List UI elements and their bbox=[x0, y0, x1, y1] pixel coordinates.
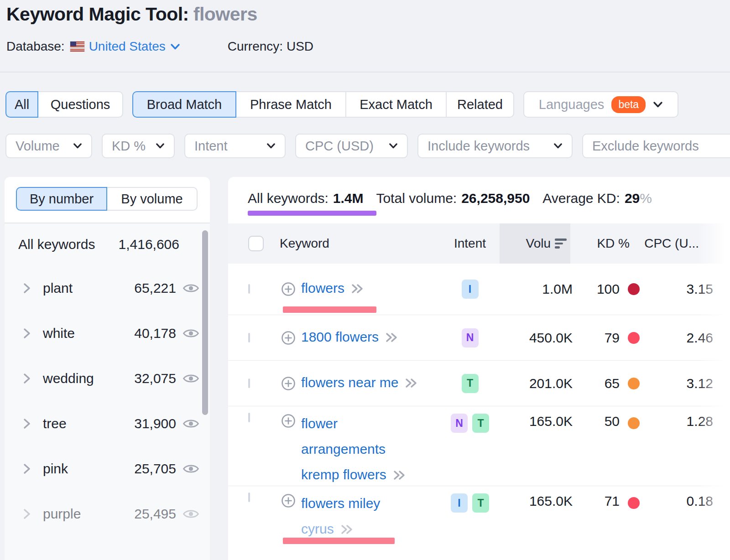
eye-icon[interactable] bbox=[182, 418, 199, 430]
chevron-down-icon bbox=[653, 101, 663, 108]
keyword-link[interactable]: 1800 flowers bbox=[301, 328, 399, 347]
select-all-checkbox[interactable] bbox=[248, 236, 264, 251]
intent-badge-informational: I bbox=[462, 280, 479, 299]
kd-level-dot bbox=[628, 417, 640, 429]
filter-exclude-keywords[interactable]: Exclude keywords bbox=[582, 134, 730, 158]
eye-icon[interactable] bbox=[182, 373, 199, 384]
double-chevron-right-icon[interactable] bbox=[385, 330, 399, 347]
chevron-down-icon bbox=[170, 43, 180, 50]
currency-value: USD bbox=[287, 39, 313, 53]
volume-value: 1.0M bbox=[497, 281, 573, 297]
chevron-right-icon[interactable] bbox=[23, 327, 31, 339]
chevron-right-icon[interactable] bbox=[23, 418, 31, 430]
group-row-plant[interactable]: plant 65,221 bbox=[5, 265, 210, 311]
eye-icon[interactable] bbox=[182, 282, 199, 294]
group-row-tree[interactable]: tree 31,900 bbox=[5, 401, 210, 446]
tab-by-volume[interactable]: By volume bbox=[106, 187, 198, 211]
currency-label: Currency: bbox=[228, 39, 283, 53]
all-keywords-row[interactable]: All keywords 1,416,606 bbox=[5, 223, 210, 265]
chevron-down-icon bbox=[73, 143, 82, 149]
column-header-keyword: Keyword bbox=[280, 223, 329, 264]
page-title-query: flowers bbox=[193, 4, 257, 25]
cpc-value: 3.15 bbox=[639, 281, 713, 297]
group-sort-tabs: By number By volume bbox=[16, 187, 198, 211]
average-kd-label: Average KD: bbox=[542, 191, 620, 206]
cpc-value: 3.12 bbox=[639, 376, 713, 391]
row-checkbox[interactable] bbox=[248, 379, 250, 388]
intent-badge-navigational: N bbox=[451, 414, 468, 433]
page-title-main: Keyword Magic Tool: bbox=[6, 4, 189, 25]
tab-questions[interactable]: Questions bbox=[37, 91, 123, 118]
group-row-purple[interactable]: purple 25,495 bbox=[5, 491, 210, 536]
table-row: 1800 flowers N 450.0K 79 2.46 bbox=[228, 315, 730, 360]
eye-icon[interactable] bbox=[182, 508, 199, 520]
group-row-white[interactable]: white 40,178 bbox=[5, 311, 210, 356]
keyword-magic-tool-page: Keyword Magic Tool:flowers Database: Uni… bbox=[0, 0, 730, 560]
tab-all[interactable]: All bbox=[5, 91, 38, 118]
header-divider bbox=[0, 72, 730, 73]
eye-icon[interactable] bbox=[182, 327, 199, 339]
double-chevron-right-icon[interactable] bbox=[405, 376, 418, 393]
database-select[interactable]: United States bbox=[89, 39, 180, 54]
tab-by-number[interactable]: By number bbox=[16, 187, 107, 211]
languages-dropdown[interactable]: Languages beta bbox=[523, 91, 678, 118]
plus-circle-icon[interactable] bbox=[281, 282, 296, 296]
average-kd-value: 29 bbox=[625, 191, 640, 206]
keyword-link[interactable]: flowers bbox=[301, 280, 365, 299]
row-checkbox[interactable] bbox=[248, 493, 250, 502]
highlight-bar-all-keywords bbox=[248, 211, 376, 216]
tab-phrase-match[interactable]: Phrase Match bbox=[235, 91, 346, 118]
chevron-right-icon[interactable] bbox=[23, 373, 31, 384]
tab-exact-match[interactable]: Exact Match bbox=[345, 91, 447, 118]
chevron-right-icon[interactable] bbox=[23, 282, 31, 294]
database-value: United States bbox=[89, 39, 166, 54]
keyword-link[interactable]: flowers miley cyrus bbox=[301, 491, 380, 544]
highlight-bar-keyword bbox=[283, 538, 395, 544]
highlight-bar-keyword bbox=[283, 306, 376, 313]
filter-include-keywords[interactable]: Include keywords bbox=[417, 134, 573, 158]
chevron-right-icon[interactable] bbox=[23, 508, 31, 520]
plus-circle-icon[interactable] bbox=[281, 493, 296, 508]
plus-circle-icon[interactable] bbox=[281, 414, 296, 428]
table-row: flowers miley cyrus I T 165.0K 71 0.18 bbox=[228, 486, 730, 560]
row-checkbox[interactable] bbox=[248, 333, 250, 342]
tab-related[interactable]: Related bbox=[446, 91, 514, 118]
filter-cpc[interactable]: CPC (USD) bbox=[295, 134, 408, 158]
all-keywords-stat-value: 1.4M bbox=[333, 191, 364, 206]
column-header-kd[interactable]: KD % bbox=[573, 223, 630, 264]
kd-level-dot bbox=[628, 283, 640, 295]
average-kd-unit: % bbox=[640, 191, 652, 206]
chevron-down-icon bbox=[266, 143, 276, 149]
cpc-value: 0.18 bbox=[639, 493, 713, 509]
cpc-value: 2.46 bbox=[639, 330, 713, 346]
column-header-cpc[interactable]: CPC (U... bbox=[630, 223, 699, 264]
scope-tab-group: All Questions bbox=[5, 91, 123, 118]
keyword-link[interactable]: flowers near me bbox=[301, 374, 416, 393]
kd-value: 79 bbox=[573, 330, 620, 346]
row-checkbox[interactable] bbox=[248, 284, 250, 294]
plus-circle-icon[interactable] bbox=[281, 376, 296, 391]
column-header-volume[interactable]: Volu bbox=[500, 223, 567, 264]
chevron-right-icon[interactable] bbox=[23, 463, 31, 475]
tab-broad-match[interactable]: Broad Match bbox=[132, 91, 236, 118]
filter-volume[interactable]: Volume bbox=[5, 134, 92, 158]
filter-intent[interactable]: Intent bbox=[184, 134, 286, 158]
eye-icon[interactable] bbox=[182, 463, 199, 475]
double-chevron-right-icon[interactable] bbox=[351, 281, 365, 299]
all-keywords-label: All keywords bbox=[18, 237, 95, 252]
group-row-pink[interactable]: pink 25,705 bbox=[5, 446, 210, 491]
sidebar-scrollbar[interactable] bbox=[202, 230, 208, 415]
filters-row: Volume KD % Intent CPC (USD) Include key… bbox=[5, 134, 730, 158]
row-checkbox[interactable] bbox=[248, 413, 250, 422]
total-volume-value: 26,258,950 bbox=[461, 191, 530, 206]
us-flag-icon bbox=[70, 41, 84, 52]
sort-desc-icon bbox=[555, 239, 567, 249]
filter-kd[interactable]: KD % bbox=[102, 134, 175, 158]
intent-badge-transactional: T bbox=[472, 493, 489, 513]
table-row: flowers I 1.0M 100 3.15 bbox=[228, 264, 730, 315]
keyword-link[interactable]: flower arrangements kremp flowers bbox=[301, 411, 416, 489]
group-row-wedding[interactable]: wedding 32,075 bbox=[5, 356, 210, 401]
plus-circle-icon[interactable] bbox=[281, 331, 296, 345]
table-body: flowers I 1.0M 100 3.15 1800 flowers N 4… bbox=[228, 264, 730, 560]
table-stats: All keywords:1.4M Total volume:26,258,95… bbox=[248, 191, 652, 206]
